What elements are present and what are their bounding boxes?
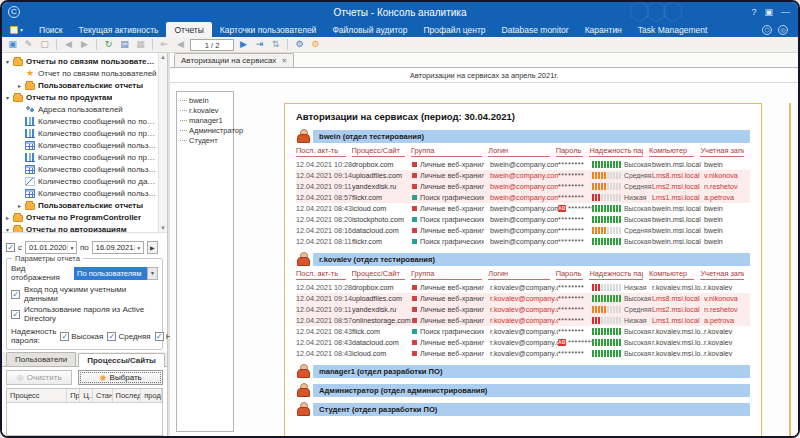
date-to-input[interactable]: 16.09.2021▼ [92, 241, 144, 254]
expander-closed-icon[interactable]: ▸ [4, 214, 11, 221]
date-filter-checkbox[interactable]: ✓ [6, 243, 15, 252]
scroll-up-icon[interactable]: ▲ [160, 54, 166, 60]
edit-report-icon[interactable]: ✎ [22, 38, 35, 51]
checkbox-icon[interactable]: ✓ [60, 332, 69, 341]
ribbon-tab-текущая-активность[interactable]: Текущая активность [71, 22, 167, 37]
group-color-icon [412, 351, 417, 356]
process-table-body[interactable] [7, 403, 162, 435]
delete-report-icon[interactable]: ▢ [38, 38, 51, 51]
prev-page-icon[interactable]: ◀ [174, 38, 187, 51]
tree-item[interactable]: ★Отчет по связям пользователей [4, 67, 157, 79]
expander-open-icon[interactable]: ▾ [4, 58, 11, 65]
report-column-header: Логин [488, 269, 549, 280]
tree-scrollbar[interactable]: ▲▼ [158, 53, 167, 232]
report-user-item[interactable]: manager1 [179, 115, 231, 125]
report-user-item[interactable]: bwein [179, 95, 231, 105]
account: n.reshetov [704, 305, 748, 314]
window-icon[interactable]: ▣ [764, 7, 773, 17]
export-icon[interactable]: ↻ [102, 38, 115, 51]
tree-item[interactable]: Количество сообщений по датам [4, 175, 157, 187]
tab-пользователи[interactable]: Пользователи [6, 352, 76, 366]
tree-item[interactable]: Количество сообщений по протоколам [4, 151, 157, 163]
layout-icon[interactable]: ▦ [134, 38, 147, 51]
notification-icon[interactable]: ⬡ [762, 25, 772, 35]
tree-item[interactable]: Количество сообщений пользователей по пр… [4, 139, 157, 151]
report-settings-icon[interactable]: ⚙ [309, 38, 322, 51]
help-icon[interactable]: ? [751, 7, 756, 17]
clear-button[interactable]: ◎Очистить [6, 370, 72, 385]
ribbon-tab-database-monitor[interactable]: Database monitor [494, 22, 577, 37]
report-user-item[interactable]: r.kovalev [179, 105, 231, 115]
folder-icon [13, 227, 23, 234]
report-user-item[interactable]: Студент [179, 135, 231, 145]
user-section-header[interactable]: r.kovalev (отдел тестирования) [296, 252, 750, 266]
checkbox-icon[interactable]: ✓ [11, 310, 20, 319]
tree-item[interactable]: ▾Отчеты по авторизациям [4, 223, 157, 233]
tree-item[interactable]: ▸Пользовательские отчеты [4, 79, 157, 91]
ribbon-tab-карантин[interactable]: Карантин [577, 22, 630, 37]
login: bwein@company.com [490, 193, 558, 202]
ribbon-tab-профайл-центр[interactable]: Профайл центр [415, 22, 493, 37]
checkbox-icon[interactable]: ✓ [107, 332, 116, 341]
expander-closed-icon[interactable]: ▸ [16, 202, 23, 209]
last-page-icon[interactable]: ⇥ [253, 38, 266, 51]
tree-item[interactable]: Количество сообщений пользователей по пр… [4, 163, 157, 175]
app-menu-button[interactable]: ▾ [2, 22, 31, 37]
ribbon-tab-task-management[interactable]: Task Management [630, 22, 715, 37]
tree-item[interactable]: Адреса пользователей [4, 103, 157, 115]
bars-icon [25, 117, 35, 126]
tree-item[interactable]: ▾Отчеты по связям пользователей [4, 55, 157, 67]
new-report-icon[interactable]: ▣ [6, 38, 19, 51]
print-icon[interactable]: ▤ [118, 38, 131, 51]
minimize-icon[interactable]: — [781, 7, 790, 17]
sort-icon[interactable]: ⇅ [269, 38, 282, 51]
login: r.kovalev@company.com [490, 338, 558, 347]
tree-item[interactable]: Количество сообщений пользователей по да… [4, 187, 157, 199]
ribbon-tab-отчеты[interactable]: Отчеты [166, 22, 211, 37]
forward-icon[interactable]: ▶ [78, 38, 91, 51]
back-icon[interactable]: ◀ [62, 38, 75, 51]
close-icon[interactable]: ✕ [281, 57, 287, 65]
report-row: 12.04.2021 09:11yandexdisk.ruЛичные веб-… [296, 181, 750, 192]
chevron-down-icon[interactable]: ▼ [147, 267, 158, 280]
checkbox-icon[interactable]: ✓ [155, 332, 164, 341]
account-icon[interactable]: ◎ [778, 25, 788, 35]
tree-item[interactable]: ▸Отчеты по ProgramController [4, 211, 157, 223]
column-header[interactable]: Ц... [80, 389, 93, 402]
ribbon-tab-поиск[interactable]: Поиск [31, 22, 71, 37]
checkbox-icon[interactable]: ✓ [11, 290, 20, 299]
date-from-input[interactable]: 01.01.2020▼ [25, 241, 77, 254]
page-indicator-input[interactable]: 1 / 2 [190, 39, 234, 51]
user-section-header[interactable]: Студент (отдел разработки ПО) [296, 402, 750, 416]
user-section-header[interactable]: bwein (отдел тестирования) [296, 129, 750, 143]
date-step-button[interactable]: ▶ [147, 241, 158, 254]
report-user-item[interactable]: Администратор [179, 125, 231, 135]
chevron-down-icon[interactable]: ▼ [134, 245, 143, 251]
column-header[interactable]: Последний... [113, 389, 142, 402]
scroll-down-icon[interactable]: ▼ [160, 225, 166, 231]
tab-процессы-сайты[interactable]: Процессы/Сайты [78, 353, 165, 367]
expander-open-icon[interactable]: ▾ [4, 226, 11, 233]
tree-item[interactable]: Количество сообщений по продуктам [4, 127, 157, 139]
user-section-header[interactable]: Администратор (отдел администрирования) [296, 383, 750, 397]
document-tab[interactable]: Авторизации на сервисах ✕ [174, 53, 294, 67]
column-header[interactable]: Процесс [7, 389, 67, 402]
tree-item[interactable]: Количество сообщений по пользователям [4, 115, 157, 127]
first-page-icon[interactable]: ⇤ [158, 38, 171, 51]
tree-item[interactable]: ▾Отчеты по продуктам [4, 91, 157, 103]
view-mode-select[interactable]: По пользователям▼ [74, 267, 158, 280]
chevron-down-icon[interactable]: ▼ [67, 245, 76, 251]
expander-open-icon[interactable]: ▾ [4, 94, 11, 101]
select-button[interactable]: ◉Выбрать [78, 370, 163, 385]
ribbon: ▾ ПоискТекущая активностьОтчетыКарточки … [2, 22, 798, 37]
user-section-header[interactable]: manager1 (отдел разработки ПО) [296, 364, 750, 378]
column-header[interactable]: Пр... [67, 389, 80, 402]
tree-item[interactable]: ▸Пользовательские отчеты [4, 199, 157, 211]
expander-closed-icon[interactable]: ▸ [16, 82, 23, 89]
column-header[interactable]: Стан... [93, 389, 112, 402]
users-export-icon[interactable]: ⚙ [293, 38, 306, 51]
ribbon-tab-карточки-пользователей[interactable]: Карточки пользователей [212, 22, 325, 37]
next-page-icon[interactable]: ▶ [237, 38, 250, 51]
ribbon-tab-файловый-аудитор[interactable]: Файловый аудитор [324, 22, 415, 37]
column-header[interactable]: прода [141, 389, 162, 402]
